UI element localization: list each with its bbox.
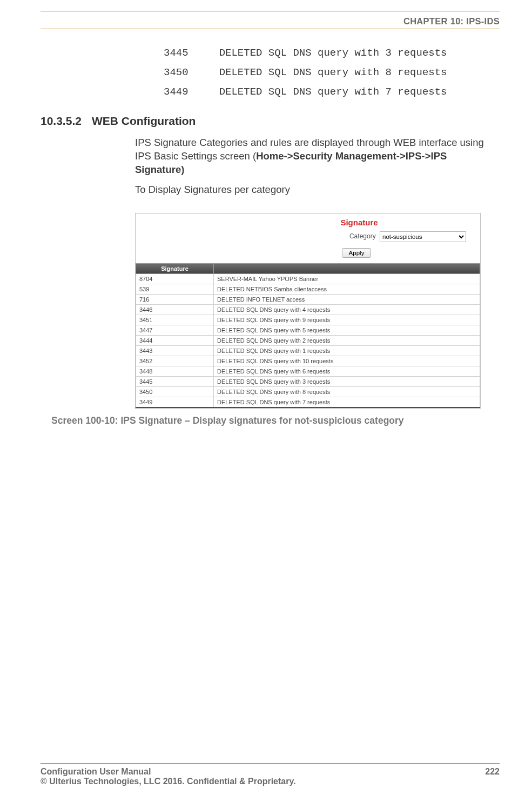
figure-container: Signature Category not-suspicious Apply … <box>135 213 481 409</box>
page-number: 222 <box>485 767 500 777</box>
sig-desc: DELETED SQL DNS query with 8 requests <box>214 387 480 397</box>
sig-id: 8704 <box>136 274 214 284</box>
code-line: 3449 DELETED SQL DNS query with 7 reques… <box>164 82 500 102</box>
sig-id: 3446 <box>136 305 214 315</box>
code-id: 3450 <box>164 66 188 78</box>
code-block: 3445 DELETED SQL DNS query with 3 reques… <box>164 43 500 102</box>
figure-caption: Screen 100-10: IPS Signature – Display s… <box>51 415 500 426</box>
category-label: Category <box>349 232 376 240</box>
code-text: DELETED SQL DNS query with 7 requests <box>219 86 447 98</box>
section-heading: 10.3.5.2 WEB Configuration <box>41 115 500 128</box>
sig-id: 539 <box>136 284 214 295</box>
code-text: DELETED SQL DNS query with 3 requests <box>219 47 447 59</box>
section-number: 10.3.5.2 <box>41 115 82 127</box>
signature-heading: Signature <box>340 218 378 227</box>
code-id: 3445 <box>164 47 188 59</box>
sig-id: 3452 <box>136 356 214 366</box>
sig-desc: DELETED SQL DNS query with 2 requests <box>214 336 480 346</box>
sig-desc: DELETED SQL DNS query with 3 requests <box>214 377 480 387</box>
footer-copyright: © Ulterius Technologies, LLC 2016. Confi… <box>41 777 500 786</box>
sig-desc: DELETED NETBIOS Samba clientaccess <box>214 284 480 295</box>
code-id: 3449 <box>164 86 188 98</box>
sig-desc: DELETED SQL DNS query with 10 requests <box>214 356 480 366</box>
top-rule <box>41 11 500 11</box>
sig-desc: DELETED SQL DNS query with 9 requests <box>214 315 480 325</box>
sig-desc: DELETED SQL DNS query with 5 requests <box>214 325 480 336</box>
code-text: DELETED SQL DNS query with 8 requests <box>219 66 447 78</box>
paragraph: To Display Signatures per category <box>135 183 494 197</box>
table-row: 3446DELETED SQL DNS query with 4 request… <box>136 305 480 315</box>
table-row: 3445DELETED SQL DNS query with 3 request… <box>136 377 480 387</box>
footer-title: Configuration User Manual <box>41 767 151 777</box>
table-row: 3443DELETED SQL DNS query with 1 request… <box>136 346 480 356</box>
chapter-header: CHAPTER 10: IPS-IDS <box>41 16 500 29</box>
table-row: 716DELETED INFO TELNET access <box>136 295 480 305</box>
sig-id: 3450 <box>136 387 214 397</box>
sig-id: 3443 <box>136 346 214 356</box>
code-line: 3450 DELETED SQL DNS query with 8 reques… <box>164 63 500 82</box>
sig-id: 3451 <box>136 315 214 325</box>
category-row: Category not-suspicious <box>139 231 477 242</box>
section-title: WEB Configuration <box>92 115 196 127</box>
table-row: 3444DELETED SQL DNS query with 2 request… <box>136 336 480 346</box>
sig-id: 3447 <box>136 325 214 336</box>
table-row: 8704SERVER-MAIL Yahoo YPOPS Banner <box>136 274 480 284</box>
sig-id: 3449 <box>136 397 214 408</box>
page-footer: Configuration User Manual 222 © Ulterius… <box>41 763 500 786</box>
description-col-header <box>214 264 480 274</box>
apply-button[interactable]: Apply <box>342 248 372 258</box>
sig-desc: DELETED SQL DNS query with 7 requests <box>214 397 480 408</box>
sig-desc: DELETED INFO TELNET access <box>214 295 480 305</box>
sig-id: 716 <box>136 295 214 305</box>
table-row: 3452DELETED SQL DNS query with 10 reques… <box>136 356 480 366</box>
table-row: 539DELETED NETBIOS Samba clientaccess <box>136 284 480 295</box>
category-select[interactable]: not-suspicious <box>380 231 466 242</box>
signature-col-header: Signature <box>136 264 214 274</box>
sig-id: 3445 <box>136 377 214 387</box>
sig-desc: SERVER-MAIL Yahoo YPOPS Banner <box>214 274 480 284</box>
table-row: 3449DELETED SQL DNS query with 7 request… <box>136 397 480 408</box>
table-row: 3450DELETED SQL DNS query with 8 request… <box>136 387 480 397</box>
paragraph: IPS Signature Categories and rules are d… <box>135 136 494 177</box>
table-row: 3447DELETED SQL DNS query with 5 request… <box>136 325 480 336</box>
sig-desc: DELETED SQL DNS query with 4 requests <box>214 305 480 315</box>
table-row: 3451DELETED SQL DNS query with 9 request… <box>136 315 480 325</box>
sig-id: 3444 <box>136 336 214 346</box>
table-row: 3448DELETED SQL DNS query with 6 request… <box>136 366 480 377</box>
sig-id: 3448 <box>136 366 214 377</box>
code-line: 3445 DELETED SQL DNS query with 3 reques… <box>164 43 500 63</box>
sig-desc: DELETED SQL DNS query with 1 requests <box>214 346 480 356</box>
signature-table: Signature 8704SERVER-MAIL Yahoo YPOPS Ba… <box>136 263 480 408</box>
signature-screenshot: Signature Category not-suspicious Apply … <box>135 213 481 409</box>
sig-desc: DELETED SQL DNS query with 6 requests <box>214 366 480 377</box>
